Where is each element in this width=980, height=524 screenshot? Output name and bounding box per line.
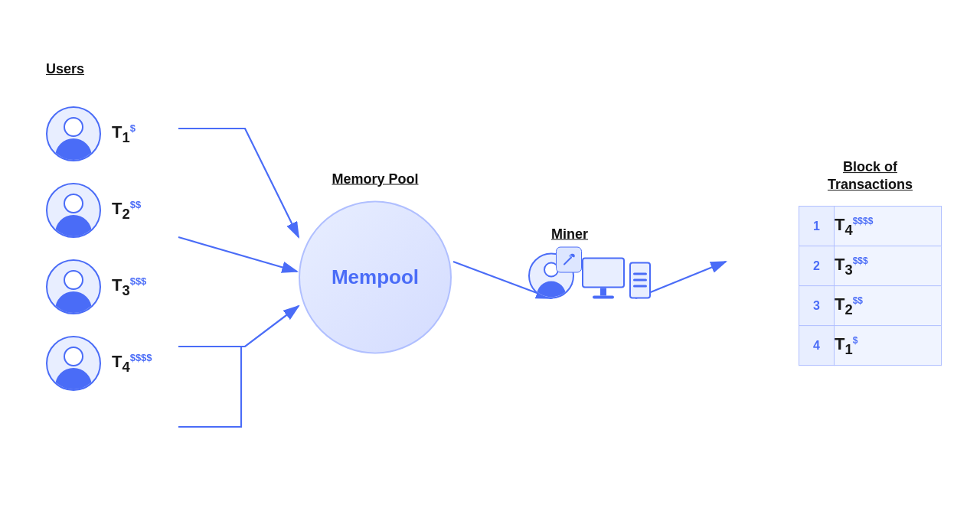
tx-label-3: T3$$$ — [112, 275, 146, 299]
block-num-4: 4 — [799, 326, 835, 366]
block-tx-4: T1$ — [835, 326, 942, 366]
mempool-label: Memory Pool — [332, 171, 418, 187]
user-row-3: T3$$$ — [46, 259, 146, 314]
block-label: Block of Transactions — [828, 158, 913, 194]
block-row-1: 1 T4$$$$ — [799, 207, 942, 246]
tx-label-1: T1$ — [112, 122, 136, 146]
avatar-head-2 — [64, 194, 83, 213]
user-row-2: T2$$ — [46, 183, 141, 238]
server-line-2 — [633, 279, 647, 282]
miner-label: Miner — [551, 226, 588, 242]
monitor — [582, 257, 625, 298]
block-tx-2: T3$$$ — [835, 246, 942, 286]
user-avatar-1 — [46, 106, 101, 161]
block-num-3: 3 — [799, 286, 835, 326]
mempool-circle: Mempool — [299, 200, 452, 353]
mempool-section: Memory Pool Mempool — [299, 171, 452, 353]
miner-graphic — [528, 252, 651, 298]
svg-line-1 — [178, 237, 297, 272]
block-tx-3: T2$$ — [835, 286, 942, 326]
server-line-1 — [633, 273, 647, 275]
tx-label-4: T4$$$$ — [112, 352, 152, 376]
block-row-3: 3 T2$$ — [799, 286, 942, 326]
avatar-head-4 — [64, 347, 83, 366]
block-section: Block of Transactions 1 T4$$$$ 2 T3$$$ — [799, 158, 942, 366]
block-row-4: 4 T1$ — [799, 326, 942, 366]
tx-label-2: T2$$ — [112, 199, 141, 223]
block-num-2: 2 — [799, 246, 835, 286]
user-row-4: T4$$$$ — [46, 336, 152, 391]
avatar-body-2 — [55, 215, 92, 238]
monitor-stand — [600, 288, 606, 295]
user-avatar-4 — [46, 336, 101, 391]
avatar-body-4 — [55, 368, 92, 391]
monitor-screen — [582, 257, 625, 288]
svg-line-4 — [564, 257, 571, 264]
miner-section: Miner — [528, 226, 651, 298]
block-row-2: 2 T3$$$ — [799, 246, 942, 286]
user-row-1: T1$ — [46, 106, 136, 161]
server-line-3 — [633, 285, 647, 288]
user-avatar-2 — [46, 183, 101, 238]
avatar-body-1 — [55, 138, 92, 161]
avatar-body-3 — [55, 291, 92, 314]
block-tx-1: T4$$$$ — [835, 207, 942, 246]
computer-wrap — [582, 257, 651, 298]
block-num-1: 1 — [799, 207, 835, 246]
avatar-head-3 — [64, 270, 83, 290]
mempool-text: Mempool — [332, 265, 419, 289]
server-box — [629, 262, 651, 298]
avatar-head-1 — [64, 117, 83, 137]
pickaxe-icon — [556, 246, 582, 272]
users-section: Users T1$ T2$$ — [46, 61, 152, 391]
user-avatar-3 — [46, 259, 101, 314]
diagram-container: Users T1$ T2$$ — [0, 0, 980, 524]
miner-avatar-body — [537, 281, 566, 298]
monitor-base — [593, 295, 614, 298]
miner-avatar-wrap — [528, 252, 574, 298]
block-table: 1 T4$$$$ 2 T3$$$ 3 T2$$ — [799, 206, 942, 366]
users-label: Users — [46, 61, 84, 77]
